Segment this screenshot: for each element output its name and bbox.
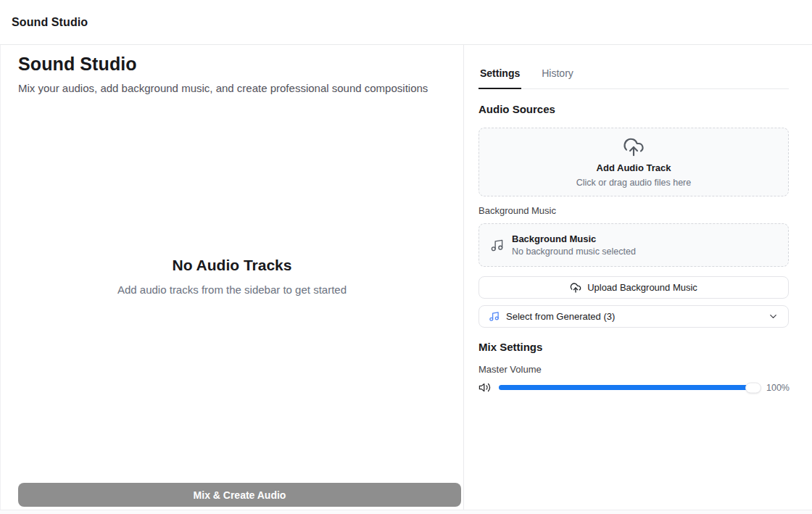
select-from-generated-label: Select from Generated (3) xyxy=(506,311,615,322)
dropzone-title: Add Audio Track xyxy=(597,162,671,173)
master-volume-fill xyxy=(499,385,761,390)
upload-background-music-label: Upload Background Music xyxy=(587,282,697,293)
editor-panel: Sound Studio Mix your audios, add backgr… xyxy=(1,45,463,510)
background-music-status-title: Background Music xyxy=(512,233,636,244)
volume-speaker-icon xyxy=(478,381,491,394)
background-music-label: Background Music xyxy=(478,205,789,216)
background-music-status-text: Background Music No background music sel… xyxy=(512,233,636,257)
master-volume-slider[interactable] xyxy=(499,385,761,390)
mix-create-audio-button[interactable]: Mix & Create Audio xyxy=(18,483,461,507)
music-note-icon xyxy=(490,239,504,252)
tab-history[interactable]: History xyxy=(540,67,575,88)
page-subtitle: Mix your audios, add background music, a… xyxy=(18,82,446,94)
background-music-status-subtitle: No background music selected xyxy=(512,246,636,257)
tab-settings[interactable]: Settings xyxy=(478,67,521,88)
sidebar-tabs: Settings History xyxy=(478,67,789,89)
background-music-status: Background Music No background music sel… xyxy=(478,223,789,267)
music-note-blue-icon xyxy=(489,311,500,322)
main-content: Sound Studio Mix your audios, add backgr… xyxy=(0,45,812,510)
mix-settings-heading: Mix Settings xyxy=(478,341,789,353)
cloud-upload-small-icon xyxy=(570,282,581,294)
audio-track-dropzone[interactable]: Add Audio Track Click or drag audio file… xyxy=(478,128,789,196)
cloud-upload-icon xyxy=(623,136,645,158)
top-header: Sound Studio xyxy=(0,0,812,45)
page-title: Sound Studio xyxy=(18,54,446,75)
master-volume-row: 100% xyxy=(478,381,789,394)
editor-header: Sound Studio Mix your audios, add backgr… xyxy=(1,45,463,94)
audio-sources-heading: Audio Sources xyxy=(478,103,789,115)
chevron-down-icon xyxy=(768,311,779,322)
upload-background-music-button[interactable]: Upload Background Music xyxy=(478,276,789,299)
empty-state-title: No Audio Tracks xyxy=(1,256,463,273)
master-volume-label: Master Volume xyxy=(478,364,789,375)
settings-sidebar: Settings History Audio Sources Add Audio… xyxy=(463,45,812,510)
empty-state: No Audio Tracks Add audio tracks from th… xyxy=(1,256,463,295)
select-from-generated-dropdown[interactable]: Select from Generated (3) xyxy=(478,305,789,328)
master-volume-thumb[interactable] xyxy=(745,382,761,393)
dropzone-hint: Click or drag audio files here xyxy=(576,178,691,188)
sound-studio-app: Sound Studio Sound Studio Mix your audio… xyxy=(0,0,812,514)
master-volume-value: 100% xyxy=(766,383,789,393)
app-title: Sound Studio xyxy=(12,16,88,29)
empty-state-subtitle: Add audio tracks from the sidebar to get… xyxy=(1,283,463,295)
